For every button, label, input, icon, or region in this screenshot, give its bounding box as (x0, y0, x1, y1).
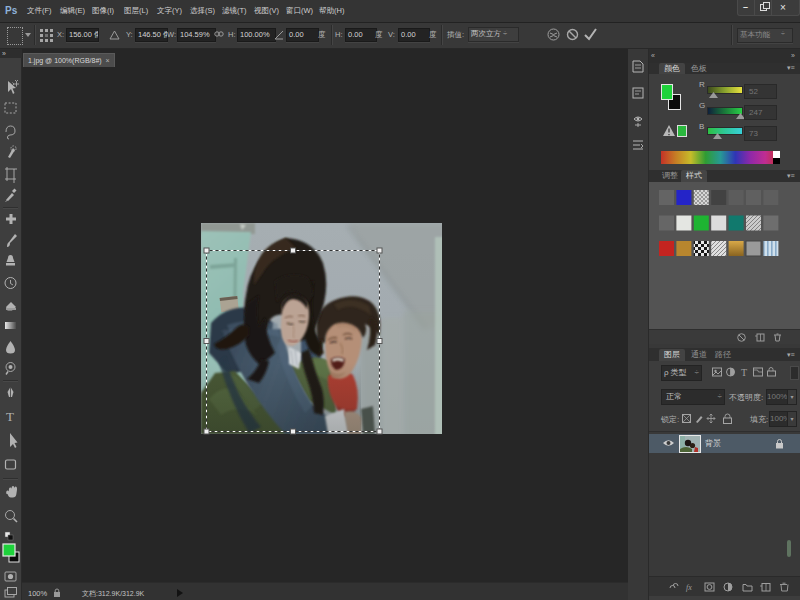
svg-text:fx: fx (686, 583, 692, 592)
svg-text:T: T (741, 367, 747, 378)
svg-text:T: T (6, 409, 14, 424)
